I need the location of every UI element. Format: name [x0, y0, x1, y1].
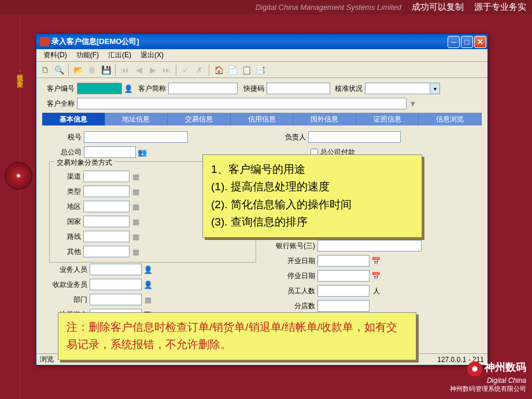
cust-short-input[interactable] — [168, 83, 238, 94]
branch-count-input[interactable] — [317, 300, 370, 312]
responsible-input[interactable] — [308, 131, 401, 143]
responsible-label: 负责人 — [268, 132, 308, 142]
window-title: 录入客户信息[DEMO公司] — [51, 36, 446, 47]
save-icon[interactable]: 💾 — [99, 64, 112, 76]
cross-icon[interactable]: ✗ — [193, 64, 206, 76]
titlebar[interactable]: 录入客户信息[DEMO公司] ─ □ ✕ — [36, 34, 487, 49]
doc3-icon[interactable]: 📑 — [254, 64, 267, 76]
department-input[interactable] — [90, 294, 142, 305]
delete-icon[interactable]: 🗑 — [86, 64, 98, 76]
bank3-input[interactable] — [317, 240, 422, 252]
ann1-line3: (2). 简化信息输入的操作时间 — [211, 196, 413, 213]
tabs: 基本信息 地址信息 交易信息 信用信息 国外信息 证照信息 信息浏览 — [42, 113, 482, 125]
open-icon[interactable]: 📂 — [72, 64, 84, 76]
check-icon[interactable]: ✓ — [179, 64, 192, 76]
lookup-icon[interactable]: 👤 — [123, 83, 134, 94]
home-icon[interactable]: 🏠 — [212, 64, 225, 76]
type-label: 类型 — [54, 187, 83, 197]
close-date-input[interactable] — [317, 270, 370, 282]
lookup-icon[interactable]: 👤 — [143, 279, 153, 290]
lookup-icon[interactable]: 👥 — [137, 147, 147, 157]
sales-person-input[interactable] — [90, 264, 142, 275]
tab-transaction[interactable]: 交易信息 — [168, 113, 231, 125]
lookup-icon[interactable]: ▦ — [131, 246, 141, 257]
doc2-icon[interactable]: 📋 — [240, 64, 253, 76]
approve-label: 核准状况 — [330, 84, 365, 94]
menu-exit[interactable]: 退出(X) — [136, 49, 168, 61]
tab-basic[interactable]: 基本信息 — [42, 113, 105, 125]
cust-full-label: 客户全称 — [42, 99, 77, 109]
cust-short-label: 客户简称 — [134, 84, 168, 94]
menu-export[interactable]: 汇出(E) — [104, 49, 136, 61]
lookup-icon[interactable]: ▦ — [143, 294, 153, 305]
separator — [176, 64, 176, 76]
tab-browse[interactable]: 信息浏览 — [419, 113, 482, 125]
calendar-icon[interactable]: 📅 — [371, 256, 381, 266]
cust-no-input[interactable] — [77, 83, 122, 94]
tab-address[interactable]: 地址信息 — [105, 113, 168, 125]
type-input[interactable] — [83, 186, 130, 197]
region-input[interactable] — [83, 201, 130, 212]
footer-logo: 神州数码 Digital China 神州数码管理系统有限公司 — [450, 360, 526, 393]
approve-combo[interactable] — [365, 83, 440, 94]
open-date-input[interactable] — [317, 255, 370, 267]
cust-no-label: 客户编号 — [42, 84, 77, 94]
lookup-icon[interactable]: ▦ — [131, 171, 141, 182]
tab-credit[interactable]: 信用信息 — [231, 113, 294, 125]
menu-data[interactable]: 资料(D) — [39, 49, 72, 61]
maximize-button[interactable]: □ — [461, 36, 473, 48]
prev-icon[interactable]: ◀ — [132, 64, 145, 76]
region-label: 地区 — [54, 202, 83, 212]
route-input[interactable] — [83, 231, 130, 242]
cust-full-input[interactable] — [77, 98, 407, 109]
close-button[interactable]: ✕ — [474, 36, 486, 48]
last-icon[interactable]: ⏭ — [160, 64, 173, 76]
nav-down-icon[interactable]: ▼ — [408, 98, 418, 109]
lookup-icon[interactable]: 👤 — [143, 264, 153, 275]
ann2-text: 注：删除客户信息时检查订单/销货单/销退单/结帐单/收款单，如有交易记录，系统报… — [66, 319, 408, 354]
next-icon[interactable]: ▶ — [146, 64, 159, 76]
annotation-tooltip-1: 1、客户编号的用途 (1). 提高信息处理的速度 (2). 简化信息输入的操作时… — [202, 154, 422, 238]
ann1-line4: (3). 查询信息的排序 — [211, 213, 413, 231]
tax-no-input[interactable] — [84, 131, 188, 143]
country-input[interactable] — [83, 216, 130, 227]
separator — [115, 64, 116, 76]
lookup-icon[interactable]: ▦ — [131, 201, 141, 212]
company-name-en: Digital China Management Systems Limited — [256, 3, 401, 12]
lookup-icon[interactable]: ▦ — [131, 216, 141, 227]
logo-cn: 神州数码 — [485, 361, 526, 373]
decorative-vertical-text: 成功可以复制，源于专业务实 — [14, 69, 24, 76]
channel-label: 渠道 — [54, 172, 83, 182]
lookup-icon[interactable]: ▦ — [131, 231, 141, 242]
calendar-icon[interactable]: 📅 — [371, 271, 381, 281]
lookup-icon[interactable]: ▦ — [131, 186, 141, 197]
parent-company-input[interactable] — [84, 146, 136, 158]
dc-logo-icon — [467, 361, 482, 376]
close-date-label: 停业日期 — [268, 271, 317, 281]
person-unit: 人 — [370, 286, 387, 296]
annotation-tooltip-2: 注：删除客户信息时检查订单/销货单/销退单/结帐单/收款单，如有交易记录，系统报… — [58, 312, 416, 360]
preview-icon[interactable]: 🔍 — [53, 64, 65, 76]
receivable-person-input[interactable] — [90, 279, 142, 290]
tab-foreign[interactable]: 国外信息 — [293, 113, 356, 125]
tax-no-label: 税号 — [49, 132, 84, 142]
employee-count-label: 员工人数 — [268, 286, 317, 296]
status-left: 浏览 — [40, 354, 54, 364]
shortcut-input[interactable] — [267, 83, 330, 94]
menu-function[interactable]: 功能(F) — [72, 49, 104, 61]
new-file-icon[interactable]: 🗋 — [39, 64, 51, 76]
receivable-person-label: 收款业务员 — [49, 280, 90, 290]
shortcut-label: 快捷码 — [238, 84, 267, 94]
employee-count-input[interactable] — [317, 285, 370, 297]
doc1-icon[interactable]: 📄 — [226, 64, 239, 76]
channel-input[interactable] — [83, 171, 130, 182]
tab-license[interactable]: 证照信息 — [356, 113, 419, 125]
minimize-button[interactable]: ─ — [448, 36, 460, 48]
toolbar: 🗋 🔍 📂 🗑 💾 ⏮ ◀ ▶ ⏭ ✓ ✗ 🏠 📄 📋 📑 — [36, 62, 487, 78]
ann1-line1: 1、客户编号的用途 — [211, 161, 413, 178]
other-input[interactable] — [83, 246, 130, 257]
menubar: 资料(D) 功能(F) 汇出(E) 退出(X) — [36, 49, 487, 62]
first-icon[interactable]: ⏮ — [119, 64, 131, 76]
slogan-2: 源于专业务实 — [474, 2, 526, 13]
separator — [209, 64, 209, 76]
